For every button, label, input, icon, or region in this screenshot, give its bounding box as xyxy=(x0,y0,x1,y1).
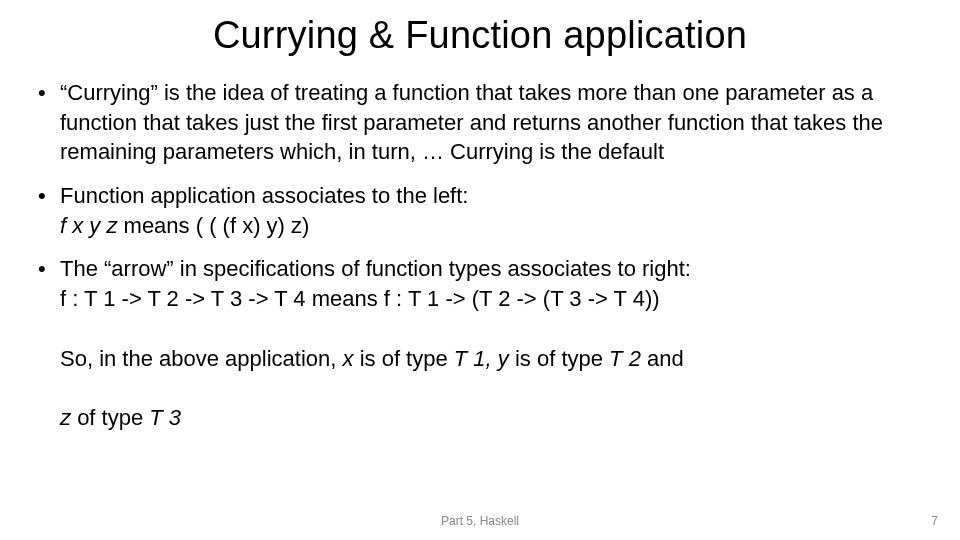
bullet-subline: f x y z means ( ( (f x) y) z) xyxy=(60,211,924,241)
var-x: x xyxy=(343,346,354,371)
explanation-line-1: So, in the above application, x is of ty… xyxy=(60,344,924,374)
bullet-line: Function application associates to the l… xyxy=(60,183,468,208)
expr-fxyz: f x y z xyxy=(60,213,124,238)
bullet-arrow-types: The “arrow” in specifications of functio… xyxy=(36,254,924,432)
bullet-line: The “arrow” in specifications of functio… xyxy=(60,256,691,281)
text: of type xyxy=(77,405,149,430)
bullet-text: “Currying” is the idea of treating a fun… xyxy=(60,80,883,164)
bullet-function-application: Function application associates to the l… xyxy=(36,181,924,240)
slide-body: “Currying” is the idea of treating a fun… xyxy=(36,78,924,447)
type-t3: T 3 xyxy=(149,405,181,430)
bullet-currying: “Currying” is the idea of treating a fun… xyxy=(36,78,924,167)
var-z: z xyxy=(60,405,77,430)
expr-parens: ( ( (f x) y) z) xyxy=(196,213,310,238)
page-number: 7 xyxy=(931,514,938,528)
bullet-list: “Currying” is the idea of treating a fun… xyxy=(36,78,924,433)
type-t2: T 2 xyxy=(609,346,647,371)
slide-title: Currying & Function application xyxy=(0,14,960,57)
text: and xyxy=(647,346,684,371)
footer-caption: Part 5, Haskell xyxy=(0,514,960,528)
explanation-line-2: z of type T 3 xyxy=(60,403,924,433)
type-signature-line: f : T 1 -> T 2 -> T 3 -> T 4 means f : T… xyxy=(60,284,924,314)
word-means: means xyxy=(124,213,196,238)
text: So, in the above application, xyxy=(60,346,343,371)
type-t1-y: T 1, y xyxy=(454,346,515,371)
text: is of type xyxy=(515,346,609,371)
text: is of type xyxy=(354,346,454,371)
slide: Currying & Function application “Curryin… xyxy=(0,0,960,540)
